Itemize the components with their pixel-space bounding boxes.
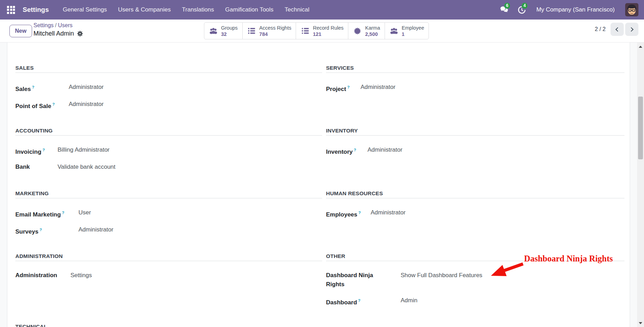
company-switcher[interactable]: My Company (San Francisco)	[536, 6, 615, 13]
field-value[interactable]: Administrator	[368, 145, 402, 154]
form-view: SALES Sales? Administrator Point of Sale…	[0, 43, 644, 327]
list-icon	[247, 26, 256, 36]
vertical-scrollbar[interactable]	[637, 43, 644, 327]
stat-label: Record Rules	[313, 25, 343, 31]
help-icon[interactable]: ?	[62, 211, 64, 215]
section-title: SERVICES	[326, 65, 354, 71]
help-icon[interactable]: ?	[358, 298, 361, 303]
menu-translations[interactable]: Translations	[182, 6, 214, 13]
field-row-administration: Administration Settings	[15, 271, 322, 280]
help-icon[interactable]: ?	[32, 85, 34, 89]
field-value[interactable]: Administrator	[69, 100, 104, 109]
section-title: MARKETING	[15, 190, 49, 197]
help-icon[interactable]: ?	[354, 148, 356, 152]
help-icon[interactable]: ?	[52, 102, 55, 106]
messages-icon[interactable]: 6	[499, 5, 509, 15]
field-value[interactable]: User	[78, 208, 91, 217]
field-row-bank: Bank Validate bank account	[15, 162, 322, 172]
breadcrumb-users-link[interactable]: Users	[58, 22, 73, 28]
field-label: Inventory	[326, 149, 353, 155]
pager: 2 / 2	[595, 23, 638, 36]
new-button[interactable]: New	[9, 25, 32, 37]
stat-karma-button[interactable]: Karma 2,500	[348, 23, 385, 39]
app-menu: General Settings Users & Companies Trans…	[63, 6, 309, 13]
field-value[interactable]: Billing Administrator	[58, 145, 109, 154]
stat-label: Groups	[221, 25, 238, 31]
field-label: Project	[326, 86, 346, 92]
section-title: OTHER	[326, 253, 345, 259]
field-label: Surveys	[15, 228, 38, 235]
activities-icon[interactable]: 4	[517, 5, 526, 15]
scroll-down-icon[interactable]	[639, 322, 642, 324]
stat-label: Karma	[365, 25, 380, 31]
users-icon	[389, 26, 399, 36]
field-value[interactable]: Administrator	[78, 225, 113, 234]
field-row-point-of-sale: Point of Sale? Administrator	[15, 100, 322, 111]
badge-seal-icon	[353, 26, 362, 36]
stat-value: 32	[221, 31, 238, 37]
field-row-dashboard: Dashboard? Admin	[326, 296, 624, 307]
help-icon[interactable]: ?	[358, 211, 361, 215]
field-row-email-marketing: Email Marketing? User	[15, 208, 322, 219]
help-icon[interactable]: ?	[347, 85, 350, 89]
section-title: TECHNICAL	[15, 324, 47, 327]
stat-access-rights-button[interactable]: Access Rights 784	[242, 23, 296, 39]
stat-label: Employee	[402, 25, 424, 31]
field-label: Invoicing	[15, 149, 41, 155]
field-label: Bank	[15, 164, 30, 170]
messages-badge: 6	[504, 3, 510, 9]
menu-gamification-tools[interactable]: Gamification Tools	[225, 6, 274, 13]
field-label: Employees	[326, 211, 357, 218]
menu-technical[interactable]: Technical	[285, 6, 309, 13]
field-value[interactable]: Validate bank account	[58, 162, 115, 172]
scroll-up-icon[interactable]	[639, 46, 642, 48]
stat-buttons: Groups 32 Access Rights 784	[204, 22, 429, 39]
scrollbar-thumb[interactable]	[638, 97, 643, 159]
breadcrumb: Settings/Users Mitchell Admin	[33, 22, 83, 37]
top-navbar: Settings General Settings Users & Compan…	[0, 0, 644, 20]
help-icon[interactable]: ?	[39, 228, 42, 232]
stat-employee-button[interactable]: Employee 1	[385, 23, 429, 39]
stat-value: 784	[259, 31, 291, 37]
pager-next-button[interactable]	[625, 23, 638, 36]
field-value[interactable]: Show Full Dashboard Features	[401, 271, 482, 280]
field-label: Dashboard	[326, 299, 357, 306]
stat-value: 121	[313, 31, 343, 37]
app-title[interactable]: Settings	[23, 6, 49, 14]
field-row-sales: Sales? Administrator	[15, 83, 322, 94]
breadcrumb-settings-link[interactable]: Settings	[33, 22, 54, 28]
help-icon[interactable]: ?	[43, 148, 45, 152]
menu-general-settings[interactable]: General Settings	[63, 6, 107, 13]
field-value[interactable]: Administrator	[361, 83, 395, 92]
pager-counter: 2 / 2	[595, 26, 606, 32]
field-label: Sales	[15, 86, 31, 92]
apps-icon[interactable]	[7, 6, 15, 14]
breadcrumb-separator: /	[54, 22, 58, 28]
field-value[interactable]: Settings	[70, 271, 92, 280]
chevron-right-icon	[629, 27, 634, 32]
pager-previous-button[interactable]	[611, 23, 624, 36]
stat-groups-button[interactable]: Groups 32	[204, 23, 242, 39]
stat-record-rules-button[interactable]: Record Rules 121	[296, 23, 348, 39]
field-row-surveys: Surveys? Administrator	[15, 225, 322, 236]
activities-badge: 4	[522, 3, 528, 9]
annotation-label: Dashboard Ninja Rights	[524, 254, 613, 264]
field-value[interactable]: Administrator	[371, 208, 406, 217]
gear-icon[interactable]	[77, 31, 83, 37]
list-icon	[301, 26, 310, 36]
field-row-invoicing: Invoicing? Billing Administrator	[15, 145, 322, 157]
control-panel: New Settings/Users Mitchell Admin	[0, 20, 644, 43]
chevron-left-icon	[615, 27, 620, 32]
field-value[interactable]: Administrator	[69, 83, 104, 92]
user-avatar[interactable]	[625, 3, 638, 16]
section-title: SALES	[15, 65, 34, 71]
field-label: Dashboard Ninja Rights	[326, 272, 373, 288]
section-title: INVENTORY	[326, 128, 358, 134]
field-row-employees: Employees? Administrator	[326, 208, 624, 219]
field-label: Email Marketing	[15, 211, 61, 218]
section-title: ADMINISTRATION	[15, 253, 63, 259]
users-icon	[209, 26, 218, 36]
menu-users-companies[interactable]: Users & Companies	[118, 6, 171, 13]
field-value[interactable]: Admin	[401, 296, 417, 305]
form-sheet: SALES Sales? Administrator Point of Sale…	[7, 43, 630, 327]
